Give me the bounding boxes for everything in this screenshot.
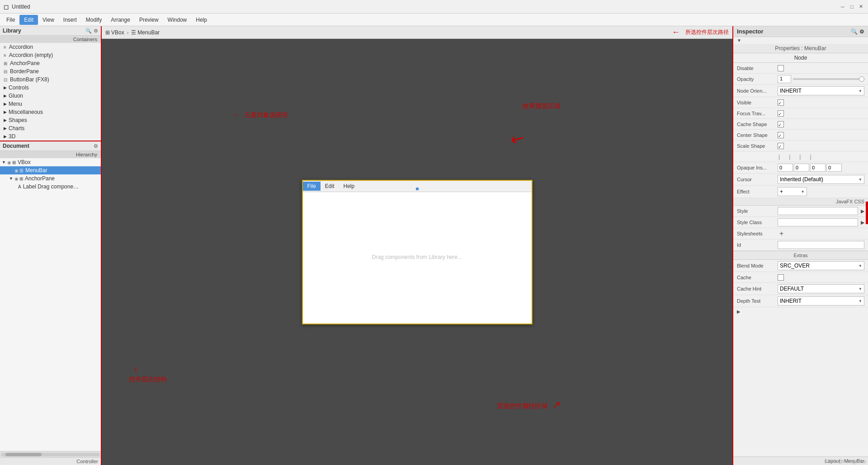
vbox-eye-icon[interactable]: ◉ <box>7 160 11 165</box>
inspector-bottom-expand[interactable]: ▶ <box>733 307 868 316</box>
opaque-ins-0[interactable] <box>778 164 793 172</box>
center-shape-checkbox[interactable] <box>778 132 784 138</box>
stylesheets-label: Stylesheets <box>737 231 778 236</box>
cache-shape-value <box>778 121 864 127</box>
library-item-accordion-empty[interactable]: ≡ Accordion (empty) <box>0 51 101 59</box>
library-scroll[interactable]: ≡ Accordion ≡ Accordion (empty) ⊞ Anchor… <box>0 43 101 141</box>
opacity-input[interactable]: 1 <box>778 75 791 83</box>
3d-category[interactable]: ▶ 3D <box>0 132 101 141</box>
shapes-category[interactable]: ▶ Shapes <box>0 116 101 124</box>
library-item-borderpane[interactable]: ⊟ BorderPane <box>0 67 101 75</box>
document-settings-icon[interactable]: ⚙ <box>94 143 98 149</box>
breadcrumb-vbox[interactable]: ⊞ VBox <box>105 29 124 36</box>
depth-test-value: INHERIT ▼ <box>778 296 864 305</box>
scrollbar-thumb[interactable] <box>5 453 42 456</box>
opacity-slider[interactable] <box>793 78 864 80</box>
cursor-dropdown[interactable]: Inherited (Default) ▼ <box>778 175 864 184</box>
tree-item-vbox[interactable]: ▼ ◉ ⊞ VBox <box>0 158 101 166</box>
tree-item-menubar[interactable]: ◉ ☰ MenuBar <box>0 166 101 174</box>
preview-menu-help[interactable]: Help <box>339 182 359 191</box>
blend-mode-dropdown[interactable]: SRC_OVER ▼ <box>778 261 864 270</box>
focus-trav-checkbox[interactable] <box>778 110 784 117</box>
style-input[interactable] <box>778 207 858 215</box>
prop-depth-test: Depth Test INHERIT ▼ <box>733 295 868 307</box>
menu-insert[interactable]: Insert <box>59 15 81 25</box>
menubar-eye-icon[interactable]: ◉ <box>14 168 19 173</box>
inspector-settings-icon[interactable]: ⚙ <box>859 28 864 35</box>
menu-label: Menu <box>9 101 22 107</box>
opaque-ins-1[interactable] <box>794 164 809 172</box>
scale-shape-checkbox[interactable] <box>778 143 784 149</box>
misc-category[interactable]: ▶ Miscellaneous <box>0 108 101 116</box>
menu-window[interactable]: Window <box>163 15 192 25</box>
minimize-button[interactable]: ─ <box>839 3 846 10</box>
tree-item-anchorpane[interactable]: ▼ ◉ ⊞ AnchorPane <box>0 174 101 183</box>
menu-preview[interactable]: Preview <box>135 15 163 25</box>
menu-edit[interactable]: Edit <box>19 15 38 25</box>
scrollbar-track[interactable] <box>1 453 100 456</box>
opacity-value: 1 <box>778 75 864 83</box>
visible-checkbox[interactable] <box>778 99 784 106</box>
vbox-expand[interactable]: ▼ <box>2 160 7 164</box>
containers-category: Containers <box>0 36 101 43</box>
menu-view[interactable]: View <box>38 15 59 25</box>
library-item-accordion[interactable]: ≡ Accordion <box>0 43 101 51</box>
id-input[interactable] <box>778 241 864 249</box>
library-settings-icon[interactable]: ⚙ <box>94 28 98 34</box>
prop-disable: Disable <box>733 63 868 74</box>
prop-opaque-ins: Opaque Ins... <box>733 162 868 174</box>
library-item-buttonbar[interactable]: ⊡ ButtonBar (FX8) <box>0 75 101 84</box>
cache-label: Cache <box>737 275 778 280</box>
preview-menubar: File Edit Help <box>303 181 532 192</box>
library-item-anchorpane[interactable]: ⊞ AnchorPane <box>0 59 101 67</box>
depth-test-dropdown[interactable]: INHERIT ▼ <box>778 296 864 305</box>
preview-resize-handle[interactable] <box>416 188 419 190</box>
id-value <box>778 241 864 249</box>
effect-arrow: ▼ <box>801 190 805 194</box>
style-class-input[interactable] <box>778 218 858 226</box>
close-button[interactable]: ✕ <box>857 3 864 10</box>
node-orient-dropdown[interactable]: INHERIT ▼ <box>778 86 864 95</box>
anchorpane-expand[interactable]: ▼ <box>9 176 14 181</box>
inspector-search-icon[interactable]: 🔍 <box>851 28 858 35</box>
anchorpane-eye-icon[interactable]: ◉ <box>14 176 19 181</box>
cache-checkbox[interactable] <box>778 274 784 281</box>
charts-category[interactable]: ▶ Charts <box>0 124 101 132</box>
borderpane-icon: ⊟ <box>4 69 7 74</box>
canvas-area[interactable]: File Edit Help Drag components from Libr… <box>102 39 732 465</box>
anchorpane-icon: ⊞ <box>4 61 7 66</box>
inspector-icons: 🔍 ⚙ <box>851 28 864 35</box>
inspector-expand-arrow[interactable]: ▼ <box>733 37 868 44</box>
stylesheets-add-btn[interactable]: + <box>778 230 785 238</box>
document-header: Document ⚙ <box>0 141 101 151</box>
menu-file[interactable]: File <box>2 15 19 25</box>
maximize-button[interactable]: □ <box>848 3 855 10</box>
prop-cache-hint: Cache Hint DEFAULT ▼ <box>733 283 868 295</box>
disable-checkbox[interactable] <box>778 65 784 71</box>
menu-help[interactable]: Help <box>191 15 212 25</box>
accordion-empty-label: Accordion (empty) <box>9 52 53 58</box>
gluon-category[interactable]: ▶ Gluon <box>0 92 101 100</box>
cursor-value: Inherited (Default) ▼ <box>778 175 864 184</box>
opaque-ins-3[interactable] <box>826 164 842 172</box>
preview-menu-file[interactable]: File <box>303 182 321 191</box>
depth-test-text: INHERIT <box>780 298 802 304</box>
opaque-ins-2[interactable] <box>810 164 826 172</box>
menu-modify[interactable]: Modify <box>81 15 106 25</box>
breadcrumb-menubar[interactable]: ☰ MenuBar <box>131 29 160 36</box>
blend-mode-arrow: ▼ <box>859 264 862 268</box>
menu-category[interactable]: ▶ Menu <box>0 100 101 108</box>
tree-item-label[interactable]: A Label Drag components fro <box>0 183 101 191</box>
preview-menu-edit[interactable]: Edit <box>321 182 339 191</box>
style-class-edit-icon[interactable]: ▶ <box>861 220 864 225</box>
document-scrollbar[interactable] <box>0 451 101 457</box>
opacity-slider-thumb[interactable] <box>859 76 864 82</box>
cache-shape-checkbox[interactable] <box>778 121 784 127</box>
effect-dropdown[interactable]: + ▼ <box>778 187 807 196</box>
document-title: Document <box>3 143 29 149</box>
cache-hint-dropdown[interactable]: DEFAULT ▼ <box>778 284 864 293</box>
style-edit-icon[interactable]: ▶ <box>861 208 864 214</box>
controls-category[interactable]: ▶ Controls <box>0 84 101 92</box>
library-search-icon[interactable]: 🔍 <box>85 28 92 34</box>
menu-arrange[interactable]: Arrange <box>106 15 135 25</box>
